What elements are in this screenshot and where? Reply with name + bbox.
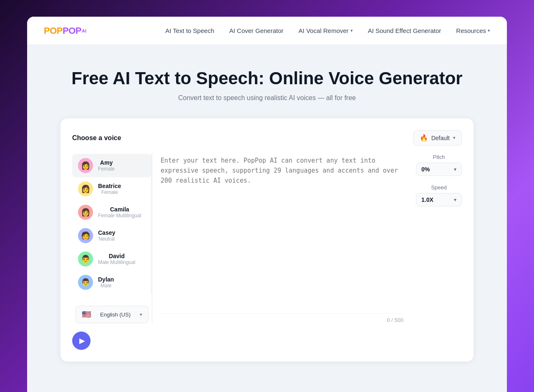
char-count: 0 / 500 [161, 313, 403, 323]
logo[interactable]: POP POP AI [44, 25, 86, 36]
voice-item-dylan[interactable]: 👨 Dylan Male [72, 271, 151, 294]
pitch-dropdown[interactable]: 0% ▾ [416, 163, 462, 176]
speed-label: Speed [416, 184, 462, 191]
default-label: Default [431, 135, 450, 141]
logo-pop2: POP [63, 25, 81, 36]
voice-item-camila[interactable]: 👩 Camila Female Multilingual [72, 201, 151, 224]
nav-resources[interactable]: Resources ▾ [456, 27, 490, 34]
nav-sound-effect[interactable]: AI Sound Effect Generator [368, 27, 441, 34]
fire-icon: 🔥 [420, 134, 428, 142]
avatar-dylan: 👨 [78, 275, 93, 290]
pitch-chevron-icon: ▾ [454, 167, 456, 172]
voice-item-casey[interactable]: 🧑 Casey Neutral [72, 224, 151, 247]
play-button[interactable]: ▶ [72, 332, 91, 350]
nav-text-to-speech[interactable]: AI Text to Speech [165, 27, 214, 34]
vocal-remover-chevron-icon: ▾ [350, 28, 353, 33]
logo-pop1: POP [44, 25, 63, 36]
avatar-casey: 🧑 [78, 228, 93, 243]
main-card: Choose a voice 🔥 Default ▾ 👩 Amy [60, 118, 474, 362]
avatar-beatrice: 👩 [78, 181, 93, 196]
controls-section: Pitch 0% ▾ Speed 1.0X ▾ [412, 154, 462, 323]
default-selector[interactable]: 🔥 Default ▾ [413, 130, 462, 146]
speed-control: Speed 1.0X ▾ [416, 184, 462, 206]
nav-links: AI Text to Speech AI Cover Generator AI … [165, 27, 490, 34]
speed-dropdown[interactable]: 1.0X ▾ [416, 193, 462, 206]
language-chevron-icon: ▾ [140, 312, 142, 317]
hero-section: Free AI Text to Speech: Online Voice Gen… [27, 45, 507, 378]
voice-item-amy[interactable]: 👩 Amy Female [72, 154, 151, 177]
nav-cover-generator[interactable]: AI Cover Generator [229, 27, 284, 34]
avatar-camila: 👩 [78, 205, 93, 220]
voice-name-casey: Casey [98, 229, 115, 236]
card-header: Choose a voice 🔥 Default ▾ [72, 130, 462, 146]
choose-voice-label: Choose a voice [72, 134, 121, 142]
voice-type-beatrice: Female [98, 189, 121, 195]
text-input[interactable] [161, 154, 403, 313]
avatar-amy: 👩 [78, 158, 93, 173]
voice-item-beatrice[interactable]: 👩 Beatrice Female [72, 177, 151, 201]
voice-type-casey: Neutral [98, 236, 115, 242]
voice-list: 👩 Amy Female 👩 Beatrice Female [72, 154, 151, 294]
voice-type-dylan: Male [98, 283, 114, 289]
pitch-control: Pitch 0% ▾ [416, 154, 462, 176]
play-icon: ▶ [79, 336, 85, 345]
main-container: POP POP AI AI Text to Speech AI Cover Ge… [27, 17, 507, 392]
hero-subtitle: Convert text to speech using realistic A… [44, 94, 490, 102]
text-section: 0 / 500 [152, 154, 412, 323]
voice-name-camila: Camila [98, 206, 141, 213]
highlights-section: Robust AI Text to Audio Generator—Highli… [27, 378, 507, 392]
card-body: 👩 Amy Female 👩 Beatrice Female [72, 154, 462, 323]
voice-panel: 👩 Amy Female 👩 Beatrice Female [72, 154, 152, 323]
hero-title: Free AI Text to Speech: Online Voice Gen… [44, 68, 490, 88]
voice-type-david: Male Multilingual [98, 259, 135, 265]
voice-item-david[interactable]: 👨 David Male Multilingual [72, 247, 151, 271]
default-chevron-icon: ▾ [453, 135, 456, 141]
flag-icon: 🇺🇸 [82, 310, 91, 319]
logo-ai: AI [82, 28, 86, 33]
language-selector[interactable]: 🇺🇸 English (US) ▾ [76, 306, 149, 323]
navbar: POP POP AI AI Text to Speech AI Cover Ge… [27, 17, 507, 45]
speed-chevron-icon: ▾ [454, 197, 456, 203]
voice-name-dylan: Dylan [98, 276, 114, 283]
nav-vocal-remover[interactable]: AI Vocal Remover ▾ [299, 27, 353, 34]
play-section: ▶ [72, 323, 462, 352]
avatar-david: 👨 [78, 251, 93, 266]
voice-name-david: David [98, 253, 135, 259]
voice-name-amy: Amy [98, 159, 115, 166]
voice-type-camila: Female Multilingual [98, 213, 141, 219]
pitch-label: Pitch [416, 154, 462, 160]
voice-type-amy: Female [98, 166, 115, 172]
resources-chevron-icon: ▾ [488, 28, 490, 33]
voice-name-beatrice: Beatrice [98, 183, 121, 189]
language-label: English (US) [94, 312, 136, 318]
